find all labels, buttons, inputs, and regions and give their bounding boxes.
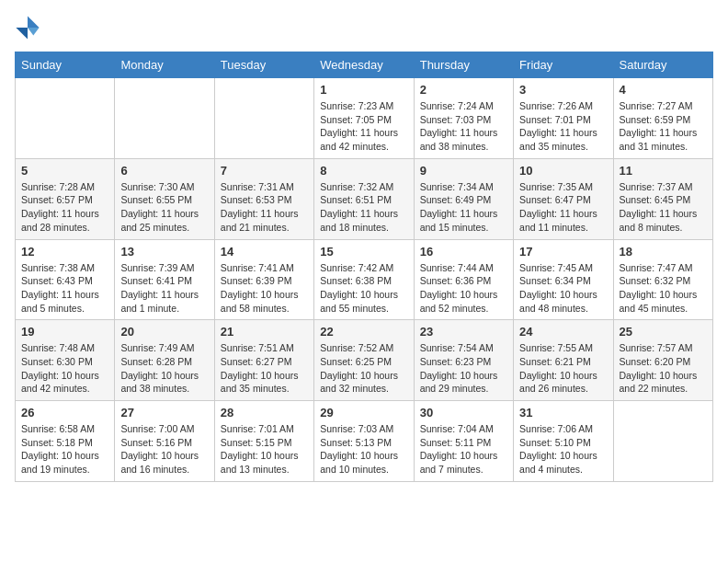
week-row-4: 19Sunrise: 7:48 AMSunset: 6:30 PMDayligh… — [16, 320, 713, 401]
day-cell: 8Sunrise: 7:32 AMSunset: 6:51 PMDaylight… — [314, 158, 414, 239]
day-info: Sunrise: 7:41 AMSunset: 6:39 PMDaylight:… — [221, 261, 308, 316]
day-info: Sunrise: 7:42 AMSunset: 6:38 PMDaylight:… — [320, 261, 407, 316]
day-number: 5 — [21, 164, 108, 178]
day-info: Sunrise: 7:52 AMSunset: 6:25 PMDaylight:… — [320, 341, 407, 396]
day-cell — [613, 401, 712, 482]
day-cell: 14Sunrise: 7:41 AMSunset: 6:39 PMDayligh… — [214, 239, 313, 320]
day-cell: 25Sunrise: 7:57 AMSunset: 6:20 PMDayligh… — [613, 320, 712, 401]
day-info: Sunrise: 7:00 AMSunset: 5:16 PMDaylight:… — [120, 422, 208, 477]
day-cell: 31Sunrise: 7:06 AMSunset: 5:10 PMDayligh… — [514, 401, 613, 482]
day-cell: 2Sunrise: 7:24 AMSunset: 7:03 PMDaylight… — [414, 78, 513, 159]
weekday-header-row: SundayMondayTuesdayWednesdayThursdayFrid… — [16, 52, 713, 78]
day-info: Sunrise: 7:03 AMSunset: 5:13 PMDaylight:… — [320, 422, 407, 477]
day-cell: 22Sunrise: 7:52 AMSunset: 6:25 PMDayligh… — [314, 320, 414, 401]
day-info: Sunrise: 7:26 AMSunset: 7:01 PMDaylight:… — [519, 99, 607, 154]
day-cell — [16, 78, 115, 159]
day-info: Sunrise: 7:30 AMSunset: 6:55 PMDaylight:… — [120, 180, 208, 235]
weekday-header-wednesday: Wednesday — [314, 52, 414, 78]
day-cell: 1Sunrise: 7:23 AMSunset: 7:05 PMDaylight… — [314, 78, 414, 159]
day-cell — [214, 78, 313, 159]
day-cell: 5Sunrise: 7:28 AMSunset: 6:57 PMDaylight… — [16, 158, 115, 239]
day-cell: 15Sunrise: 7:42 AMSunset: 6:38 PMDayligh… — [314, 239, 414, 320]
weekday-header-friday: Friday — [514, 52, 613, 78]
day-cell: 10Sunrise: 7:35 AMSunset: 6:47 PMDayligh… — [514, 158, 613, 239]
day-info: Sunrise: 7:32 AMSunset: 6:51 PMDaylight:… — [320, 180, 407, 235]
day-info: Sunrise: 7:24 AMSunset: 7:03 PMDaylight:… — [420, 99, 507, 154]
day-cell: 4Sunrise: 7:27 AMSunset: 6:59 PMDaylight… — [613, 78, 712, 159]
day-cell: 16Sunrise: 7:44 AMSunset: 6:36 PMDayligh… — [414, 239, 513, 320]
day-cell: 28Sunrise: 7:01 AMSunset: 5:15 PMDayligh… — [214, 401, 313, 482]
day-cell: 29Sunrise: 7:03 AMSunset: 5:13 PMDayligh… — [314, 401, 414, 482]
day-info: Sunrise: 7:57 AMSunset: 6:20 PMDaylight:… — [620, 341, 707, 396]
svg-marker-1 — [28, 28, 40, 35]
day-info: Sunrise: 7:27 AMSunset: 6:59 PMDaylight:… — [620, 99, 707, 154]
page-header — [15, 15, 713, 40]
day-info: Sunrise: 7:45 AMSunset: 6:34 PMDaylight:… — [519, 261, 607, 316]
day-cell: 9Sunrise: 7:34 AMSunset: 6:49 PMDaylight… — [414, 158, 513, 239]
day-number: 15 — [320, 245, 407, 259]
day-number: 18 — [620, 245, 707, 259]
day-cell: 17Sunrise: 7:45 AMSunset: 6:34 PMDayligh… — [514, 239, 613, 320]
day-cell: 27Sunrise: 7:00 AMSunset: 5:16 PMDayligh… — [115, 401, 214, 482]
day-info: Sunrise: 7:54 AMSunset: 6:23 PMDaylight:… — [420, 341, 507, 396]
day-info: Sunrise: 7:39 AMSunset: 6:41 PMDaylight:… — [120, 261, 208, 316]
day-cell: 12Sunrise: 7:38 AMSunset: 6:43 PMDayligh… — [16, 239, 115, 320]
logo-icon — [15, 15, 40, 40]
calendar-table: SundayMondayTuesdayWednesdayThursdayFrid… — [15, 52, 713, 482]
day-cell — [115, 78, 214, 159]
day-number: 8 — [320, 164, 407, 178]
day-cell: 24Sunrise: 7:55 AMSunset: 6:21 PMDayligh… — [514, 320, 613, 401]
day-number: 20 — [120, 325, 208, 339]
day-cell: 19Sunrise: 7:48 AMSunset: 6:30 PMDayligh… — [16, 320, 115, 401]
day-cell: 7Sunrise: 7:31 AMSunset: 6:53 PMDaylight… — [214, 158, 313, 239]
day-info: Sunrise: 7:23 AMSunset: 7:05 PMDaylight:… — [320, 99, 407, 154]
day-number: 1 — [320, 83, 407, 97]
day-number: 7 — [221, 164, 308, 178]
day-number: 4 — [620, 83, 707, 97]
svg-marker-0 — [28, 16, 40, 28]
day-info: Sunrise: 7:37 AMSunset: 6:45 PMDaylight:… — [620, 180, 707, 235]
weekday-header-tuesday: Tuesday — [214, 52, 313, 78]
day-info: Sunrise: 7:44 AMSunset: 6:36 PMDaylight:… — [420, 261, 507, 316]
day-info: Sunrise: 7:28 AMSunset: 6:57 PMDaylight:… — [21, 180, 108, 235]
week-row-3: 12Sunrise: 7:38 AMSunset: 6:43 PMDayligh… — [16, 239, 713, 320]
logo — [15, 15, 44, 40]
day-info: Sunrise: 7:06 AMSunset: 5:10 PMDaylight:… — [519, 422, 607, 477]
weekday-header-sunday: Sunday — [16, 52, 115, 78]
day-number: 3 — [519, 83, 607, 97]
day-info: Sunrise: 7:34 AMSunset: 6:49 PMDaylight:… — [420, 180, 507, 235]
weekday-header-thursday: Thursday — [414, 52, 513, 78]
day-cell: 18Sunrise: 7:47 AMSunset: 6:32 PMDayligh… — [613, 239, 712, 320]
day-info: Sunrise: 7:04 AMSunset: 5:11 PMDaylight:… — [420, 422, 507, 477]
day-number: 14 — [221, 245, 308, 259]
day-info: Sunrise: 7:55 AMSunset: 6:21 PMDaylight:… — [519, 341, 607, 396]
day-number: 10 — [519, 164, 607, 178]
day-number: 11 — [620, 164, 707, 178]
day-number: 31 — [519, 406, 607, 419]
day-info: Sunrise: 7:47 AMSunset: 6:32 PMDaylight:… — [620, 261, 707, 316]
day-cell: 20Sunrise: 7:49 AMSunset: 6:28 PMDayligh… — [115, 320, 214, 401]
day-cell: 23Sunrise: 7:54 AMSunset: 6:23 PMDayligh… — [414, 320, 513, 401]
day-cell: 3Sunrise: 7:26 AMSunset: 7:01 PMDaylight… — [514, 78, 613, 159]
day-info: Sunrise: 7:31 AMSunset: 6:53 PMDaylight:… — [221, 180, 308, 235]
day-number: 23 — [420, 325, 507, 339]
weekday-header-monday: Monday — [115, 52, 214, 78]
day-number: 13 — [120, 245, 208, 259]
day-info: Sunrise: 7:51 AMSunset: 6:27 PMDaylight:… — [221, 341, 308, 396]
week-row-1: 1Sunrise: 7:23 AMSunset: 7:05 PMDaylight… — [16, 78, 713, 159]
day-number: 28 — [221, 406, 308, 419]
week-row-2: 5Sunrise: 7:28 AMSunset: 6:57 PMDaylight… — [16, 158, 713, 239]
day-cell: 13Sunrise: 7:39 AMSunset: 6:41 PMDayligh… — [115, 239, 214, 320]
weekday-header-saturday: Saturday — [613, 52, 712, 78]
day-info: Sunrise: 7:38 AMSunset: 6:43 PMDaylight:… — [21, 261, 108, 316]
day-info: Sunrise: 7:49 AMSunset: 6:28 PMDaylight:… — [120, 341, 208, 396]
day-cell: 26Sunrise: 6:58 AMSunset: 5:18 PMDayligh… — [16, 401, 115, 482]
day-number: 30 — [420, 406, 507, 419]
day-number: 21 — [221, 325, 308, 339]
day-number: 6 — [120, 164, 208, 178]
day-cell: 21Sunrise: 7:51 AMSunset: 6:27 PMDayligh… — [214, 320, 313, 401]
day-number: 22 — [320, 325, 407, 339]
day-info: Sunrise: 7:35 AMSunset: 6:47 PMDaylight:… — [519, 180, 607, 235]
day-number: 2 — [420, 83, 507, 97]
day-info: Sunrise: 7:01 AMSunset: 5:15 PMDaylight:… — [221, 422, 308, 477]
